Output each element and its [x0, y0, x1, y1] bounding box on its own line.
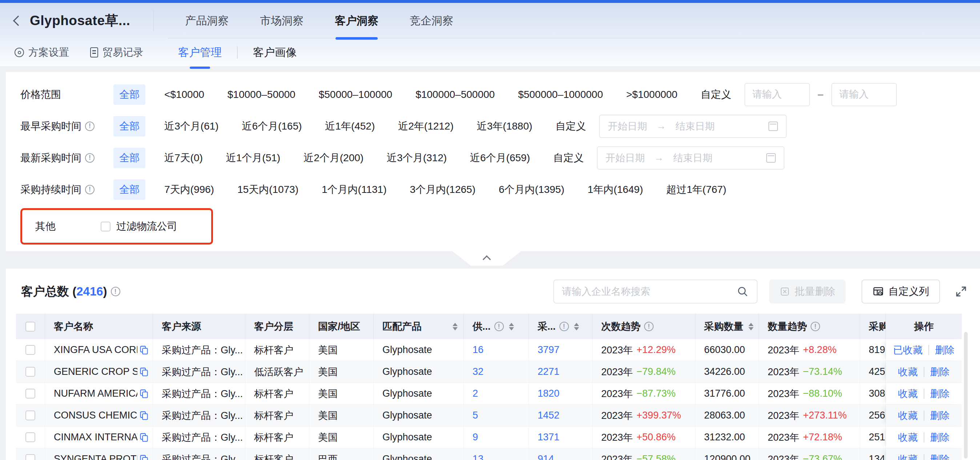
company-search-input[interactable] — [562, 286, 737, 297]
suppliers-count-link[interactable]: 5 — [464, 405, 529, 426]
copy-icon[interactable] — [139, 389, 149, 398]
row-checkbox-cell[interactable] — [16, 339, 45, 361]
filter-option[interactable]: 超过1年(767) — [666, 183, 726, 196]
filter-option[interactable]: $50000–100000 — [319, 89, 392, 101]
row-checkbox-cell[interactable] — [16, 383, 45, 404]
filter-option[interactable]: $500000–1000000 — [518, 89, 603, 101]
filter-option[interactable]: 近2年(1212) — [398, 119, 453, 133]
suppliers-count-link[interactable]: 13 — [464, 448, 529, 460]
trade-records-button[interactable]: 贸易记录 — [90, 45, 143, 59]
date-range-picker[interactable]: 开始日期 → 结束日期 — [599, 115, 787, 138]
batch-delete-button[interactable]: 批量删除 — [769, 280, 845, 303]
info-icon[interactable]: ! — [85, 185, 94, 194]
price-min-input[interactable] — [745, 83, 810, 106]
filter-option[interactable]: 近2个月(200) — [304, 151, 363, 165]
custom-range-label[interactable]: 自定义 — [555, 119, 586, 133]
filter-option[interactable]: 7天内(996) — [164, 183, 214, 196]
price-max-input[interactable] — [831, 83, 897, 106]
custom-columns-button[interactable]: 自定义列 — [862, 280, 940, 303]
copy-icon[interactable] — [139, 367, 149, 377]
delete-link[interactable]: 删除 — [930, 453, 950, 460]
favorite-link[interactable]: 收藏 — [898, 366, 918, 379]
filter-option[interactable]: 全部 — [113, 179, 145, 200]
suppliers-count-link[interactable]: 16 — [464, 339, 529, 361]
filter-option[interactable]: 近1年(452) — [325, 119, 375, 133]
sub-tab-customer-profile[interactable]: 客户画像 — [251, 42, 298, 64]
back-chevron-icon[interactable] — [13, 16, 23, 26]
info-icon[interactable]: ! — [644, 322, 654, 331]
suppliers-count-link[interactable]: 32 — [464, 361, 529, 382]
filter-option[interactable]: 近7天(0) — [164, 151, 203, 165]
suppliers-count-link[interactable]: 2 — [464, 383, 529, 404]
filter-option[interactable]: 6个月内(1395) — [499, 183, 565, 196]
custom-range-label[interactable]: 自定义 — [701, 88, 731, 102]
favorite-link[interactable]: 收藏 — [898, 409, 918, 422]
copy-icon[interactable] — [139, 410, 149, 420]
delete-link[interactable]: 删除 — [930, 366, 950, 379]
filter-option[interactable]: 全部 — [113, 85, 145, 105]
filter-option[interactable]: $100000–500000 — [415, 89, 495, 101]
row-checkbox-cell[interactable] — [16, 426, 45, 448]
info-icon[interactable]: ! — [85, 153, 94, 163]
favorite-link[interactable]: 收藏 — [898, 387, 918, 400]
purchases-count-link[interactable]: 1371 — [529, 426, 592, 448]
filter-option[interactable]: 1个月内(1131) — [322, 183, 387, 196]
company-search-box[interactable] — [553, 280, 757, 303]
copy-icon[interactable] — [139, 345, 149, 355]
info-icon[interactable]: ! — [111, 287, 120, 296]
filter-option[interactable]: 1年内(1649) — [588, 183, 643, 196]
search-icon[interactable] — [737, 285, 749, 298]
purchases-count-link[interactable]: 914 — [529, 448, 592, 460]
sort-icon[interactable] — [453, 323, 458, 331]
sort-icon[interactable] — [574, 323, 579, 331]
filter-option[interactable]: 3个月内(1265) — [410, 183, 476, 196]
filter-option[interactable]: 近3年(1880) — [477, 119, 533, 133]
date-range-picker[interactable]: 开始日期 → 结束日期 — [597, 146, 784, 169]
filter-logistics-checkbox[interactable] — [101, 222, 110, 232]
favorite-link[interactable]: 收藏 — [898, 431, 918, 444]
row-checkbox-cell[interactable] — [16, 361, 45, 382]
delete-link[interactable]: 删除 — [930, 409, 950, 422]
main-tab[interactable]: 客户洞察 — [335, 3, 379, 38]
info-icon[interactable]: ! — [494, 322, 504, 331]
main-tab[interactable]: 竞企洞察 — [410, 3, 453, 38]
copy-icon[interactable] — [139, 454, 149, 460]
purchases-count-link[interactable]: 1820 — [529, 383, 592, 404]
main-tab[interactable]: 产品洞察 — [185, 3, 229, 38]
delete-link[interactable]: 删除 — [930, 431, 950, 444]
sub-tab-customer-management[interactable]: 客户管理 — [177, 42, 223, 64]
row-checkbox-cell[interactable] — [16, 448, 45, 460]
filter-option[interactable]: 近6个月(659) — [470, 151, 530, 165]
main-tab[interactable]: 市场洞察 — [260, 3, 304, 38]
filter-option[interactable]: 近1个月(51) — [226, 151, 280, 165]
sort-icon[interactable] — [748, 323, 754, 331]
info-icon[interactable]: ! — [811, 322, 820, 331]
filter-option[interactable]: 近3个月(61) — [164, 119, 218, 133]
delete-link[interactable]: 删除 — [935, 343, 955, 357]
filter-option[interactable]: 全部 — [113, 116, 145, 136]
filter-option[interactable]: $10000–50000 — [228, 89, 296, 101]
favorite-link[interactable]: 已收藏 — [893, 343, 923, 357]
suppliers-count-link[interactable]: 9 — [464, 426, 529, 448]
row-checkbox-cell[interactable] — [16, 405, 45, 426]
purchases-count-link[interactable]: 2271 — [529, 361, 592, 382]
filter-option[interactable]: 近6个月(165) — [242, 119, 302, 133]
purchases-count-link[interactable]: 3797 — [529, 339, 592, 361]
favorite-link[interactable]: 收藏 — [898, 453, 918, 460]
filter-option[interactable]: <$10000 — [164, 89, 204, 101]
select-all-checkbox-cell[interactable] — [16, 314, 45, 339]
plan-settings-button[interactable]: 方案设置 — [14, 45, 69, 59]
custom-range-label[interactable]: 自定义 — [553, 151, 584, 165]
info-icon[interactable]: ! — [559, 322, 569, 331]
filter-option[interactable]: >$1000000 — [626, 89, 678, 101]
delete-link[interactable]: 删除 — [930, 387, 950, 400]
info-icon[interactable]: ! — [85, 121, 94, 131]
filter-option[interactable]: 全部 — [113, 148, 145, 168]
vertical-scrollbar[interactable] — [964, 332, 968, 458]
purchases-count-link[interactable]: 1452 — [529, 405, 592, 426]
collapse-filters-button[interactable] — [452, 251, 521, 266]
filter-option[interactable]: 15天内(1073) — [237, 183, 298, 196]
fullscreen-icon[interactable] — [955, 285, 968, 298]
copy-icon[interactable] — [139, 432, 149, 442]
filter-option[interactable]: 近3个月(312) — [387, 151, 447, 165]
